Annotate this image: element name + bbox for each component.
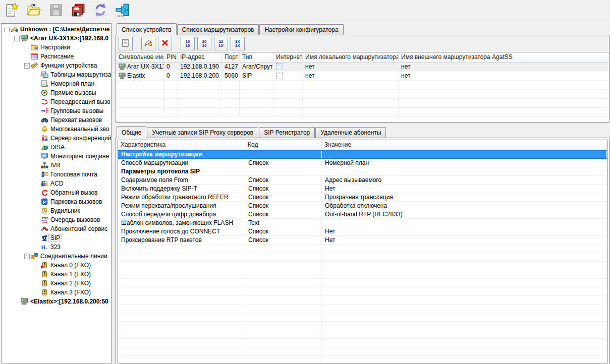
tree-item-multichannel-ring[interactable]: Многоканальный зво: [2, 125, 111, 134]
tree-item-direct-calls[interactable]: Прямые вызовы: [2, 88, 111, 97]
property-column-header[interactable]: Код: [245, 140, 322, 150]
exit-button[interactable]: [114, 2, 131, 20]
device-column-header[interactable]: IP-адрес: [178, 52, 222, 63]
tree-item-settings[interactable]: Настройки: [2, 43, 111, 52]
tree-item-device-functions[interactable]: Функции устройства: [2, 61, 111, 70]
sip-icon: [40, 234, 49, 241]
device-icon: [20, 35, 29, 42]
tree-item-numbering-plan[interactable]: Номерной план: [2, 79, 111, 88]
property-row[interactable]: Настройка маршрутизации: [118, 150, 607, 159]
empty-cell: [273, 99, 303, 108]
property-value-cell: [322, 219, 607, 227]
edit-device-button[interactable]: [141, 37, 155, 50]
save-all-button[interactable]: [70, 2, 87, 20]
property-row[interactable]: Проксирование RTP пакетовСписокНет: [118, 236, 607, 245]
tree-item-label: SIP: [49, 234, 62, 241]
tree-item-call-pickup[interactable]: Перехват вызовов: [2, 115, 111, 125]
tree-item-voicemail[interactable]: Голосовая почта: [2, 170, 111, 179]
refresh-button[interactable]: [92, 2, 109, 20]
model-10-10-button[interactable]: 1010: [181, 37, 195, 50]
tree-item-conference-server[interactable]: Сервер конференций: [2, 134, 111, 143]
collapse-expander-icon[interactable]: [4, 27, 10, 32]
property-row[interactable]: Режим перехвата/прослушиванияСписокОбраб…: [118, 202, 607, 210]
tree-item-h323[interactable]: H.323: [2, 242, 111, 252]
empty-cell: [322, 296, 607, 305]
tree-item-sip[interactable]: SIP: [2, 233, 111, 242]
device-column-header[interactable]: Символьное имя: [116, 52, 164, 63]
tree-item-elastix-device[interactable]: <Elastix>:[192.168.0.200:50: [2, 297, 111, 306]
property-row[interactable]: Параметры протокола SIP: [118, 167, 607, 176]
property-row[interactable]: Проключение голоса до CONNECTСписокНет: [118, 227, 607, 236]
tree-item-channel-2[interactable]: Канал 2 (FXO): [2, 279, 111, 288]
property-row[interactable]: Способ маршрутизацииСписокНомерной план: [118, 159, 607, 167]
property-row[interactable]: Шаблон символов, заменяющих FLASHText: [118, 219, 607, 227]
tree-item-label: IVR: [49, 162, 62, 169]
empty-cell: [118, 279, 245, 287]
props-tab-1[interactable]: Учетные записи SIP Proxy серверов: [147, 127, 258, 138]
tree-item-routing-tables[interactable]: Таблицы маршрутиза: [2, 70, 111, 79]
props-tab-0[interactable]: Общие: [117, 126, 146, 138]
tree-item-group-calls[interactable]: Групповые вызовы: [2, 106, 111, 115]
empty-cell: [322, 305, 607, 313]
device-row[interactable]: Elastix0192.168.0.2005060SIPнетнет: [116, 72, 609, 81]
monitoring-icon: [40, 153, 49, 160]
tree-item-label: <Агат UX-3X1X>:[192.168.0: [29, 35, 110, 42]
save-button[interactable]: [47, 2, 65, 20]
tree-item-callback[interactable]: Обратный вызов: [2, 188, 111, 197]
tree-item-channel-0[interactable]: Канал 0 (FXO): [2, 261, 111, 270]
tree-item-channel-3[interactable]: Канал 3 (FXO): [2, 288, 111, 297]
internet-checkbox[interactable]: [276, 73, 283, 79]
property-row[interactable]: Способ передачи цифр донабораСписокOut-o…: [118, 210, 607, 219]
model-22-1x-button[interactable]: 221X: [214, 37, 228, 50]
device-column-header[interactable]: Имя внешнего маршрутизатора AgatSS: [399, 52, 609, 63]
model-3x-1x-button[interactable]: 3X1X: [231, 37, 245, 50]
device-column-header[interactable]: Тип: [240, 52, 273, 63]
collapse-expander-icon[interactable]: [24, 254, 30, 259]
tree-item-label: Будильник: [49, 207, 82, 214]
tree-item-alarm-clock[interactable]: Будильник: [2, 206, 111, 215]
property-column-header[interactable]: Значение: [322, 140, 607, 150]
property-column-header[interactable]: Характеристика: [118, 140, 245, 150]
main-toolbar: [0, 0, 610, 22]
property-row[interactable]: Содержимое поля FromСписокАдрес вызываем…: [118, 176, 607, 185]
property-code-cell: [245, 151, 322, 158]
tree-item-call-parking[interactable]: PПарковка вызовов: [2, 197, 111, 206]
device-column-header[interactable]: PIN: [164, 52, 178, 63]
property-row[interactable]: Режим обработки транзитного REFERСписокП…: [118, 193, 607, 202]
tree-item-disa[interactable]: DISA: [2, 143, 111, 152]
delete-device-button[interactable]: [158, 37, 172, 50]
devices-tab-1[interactable]: Список маршрутизаторов: [177, 24, 259, 35]
properties-table: ХарактеристикаКодЗначение Настройка марш…: [118, 140, 607, 363]
props-tab-3[interactable]: Удаленные абоненты: [315, 127, 386, 138]
property-row[interactable]: Включить поддержку SIP-TСписокНет: [118, 185, 607, 193]
collapse-expander-icon[interactable]: [24, 63, 30, 69]
tree-item-ivr[interactable]: IVR: [2, 161, 111, 170]
tree-item-agat-device[interactable]: <Агат UX-3X1X>:[192.168.0: [2, 34, 111, 43]
external-router-cell: нет: [399, 63, 609, 72]
tree-item-call-queue[interactable]: FIFOОчередь вызовов: [2, 215, 111, 224]
devices-tab-2[interactable]: Настройки конфигуратора: [259, 24, 343, 35]
tree-item-acd[interactable]: ACD: [2, 179, 111, 188]
tree-item-trunk-lines[interactable]: Соединительные линии: [2, 252, 111, 261]
tree-item-label: Расписание: [39, 53, 75, 60]
tree-item-channel-1[interactable]: Канал 1 (FXO): [2, 270, 111, 279]
device-column-header[interactable]: Имя локального маршрутизатора AgatSS: [303, 52, 399, 63]
device-column-header[interactable]: Интернет: [273, 52, 303, 63]
devices-tab-0[interactable]: Список устройств: [117, 23, 177, 35]
tree-item-schedule[interactable]: Расписание: [2, 52, 111, 61]
open-button[interactable]: [25, 2, 42, 20]
model-20-10-button[interactable]: 2010: [197, 37, 211, 50]
tree-item-root[interactable]: Unknown : [C:\Users\Диспетче: [2, 25, 111, 34]
tree-item-subscriber-service[interactable]: Абонентский сервис: [2, 224, 111, 233]
device-row[interactable]: Агат UX-3X1X0192.168.0.1904127Агат/Спрут…: [116, 63, 609, 72]
props-tab-2[interactable]: SIP Регистратор: [259, 127, 315, 138]
device-column-header[interactable]: Порт: [222, 52, 240, 63]
tree-item-label: Сервер конференций: [49, 135, 112, 142]
view-config-button[interactable]: [119, 37, 133, 50]
new-document-button[interactable]: [3, 2, 20, 20]
collapse-expander-icon[interactable]: [14, 36, 20, 41]
empty-cell: [322, 356, 607, 363]
tree-item-call-forwarding[interactable]: Переадресация вызо: [2, 97, 111, 106]
tree-item-connection-monitoring[interactable]: Мониторинг соедине: [2, 152, 111, 161]
internet-checkbox[interactable]: [276, 64, 283, 70]
